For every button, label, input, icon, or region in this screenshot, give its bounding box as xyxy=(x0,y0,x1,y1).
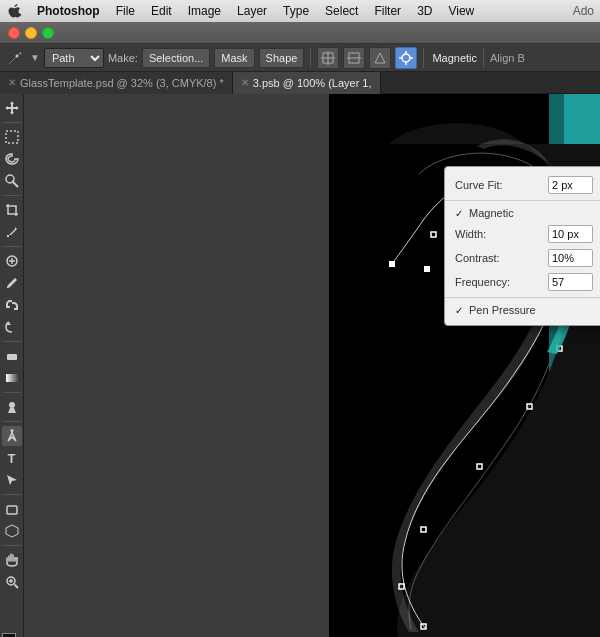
maximize-button[interactable] xyxy=(42,27,54,39)
tool-gradient[interactable] xyxy=(2,368,22,388)
pen-pressure-checkmark: ✓ xyxy=(455,305,463,316)
add-anchor-icon[interactable] xyxy=(317,47,339,69)
tool-lasso[interactable] xyxy=(2,149,22,169)
lasso-options-dropdown: Curve Fit: ✓ Magnetic Width: Contrast: xyxy=(444,166,600,326)
tabs-bar: ✕ GlassTemplate.psd @ 32% (3, CMYK/8) * … xyxy=(0,72,600,94)
tool-separator-7 xyxy=(3,494,21,495)
tool-type[interactable]: T xyxy=(2,448,22,468)
menu-select[interactable]: Select xyxy=(318,3,365,19)
tool-eyedropper[interactable] xyxy=(2,222,22,242)
width-row: Width: xyxy=(445,222,600,246)
svg-point-20 xyxy=(10,429,13,432)
magnetic-checkbox-label: Magnetic xyxy=(469,207,593,219)
pen-pressure-label: Pen Pressure xyxy=(469,304,593,316)
shape-button[interactable]: Shape xyxy=(259,48,305,68)
menu-edit[interactable]: Edit xyxy=(144,3,179,19)
frequency-input[interactable] xyxy=(548,273,593,291)
magnetic-row[interactable]: ✓ Magnetic xyxy=(445,204,600,222)
svg-rect-31 xyxy=(389,261,395,267)
tool-eraser[interactable] xyxy=(2,346,22,366)
pen-tool-icon xyxy=(4,47,26,69)
window-titlebar xyxy=(0,22,600,44)
tool-separator-5 xyxy=(3,392,21,393)
tab-close-3psb[interactable]: ✕ xyxy=(241,77,249,88)
mask-button[interactable]: Mask xyxy=(214,48,254,68)
magnetic-checkmark: ✓ xyxy=(455,208,463,219)
svg-rect-17 xyxy=(7,354,17,360)
tool-crop[interactable] xyxy=(2,200,22,220)
svg-rect-18 xyxy=(6,374,18,382)
tab-3psb[interactable]: ✕ 3.psb @ 100% (Layer 1, xyxy=(233,72,381,94)
svg-point-13 xyxy=(6,175,14,183)
menu-view[interactable]: View xyxy=(441,3,481,19)
tool-move[interactable] xyxy=(2,98,22,118)
menu-type[interactable]: Type xyxy=(276,3,316,19)
workspace: T xyxy=(0,94,600,637)
tool-separator-6 xyxy=(3,421,21,422)
menu-3d[interactable]: 3D xyxy=(410,3,439,19)
dropdown-divider-2 xyxy=(445,297,600,298)
tool-3d[interactable] xyxy=(2,521,22,541)
frequency-label: Frequency: xyxy=(455,276,542,288)
options-bar: ▼ Path Make: Selection... Mask Shape Mag… xyxy=(0,44,600,72)
tool-zoom[interactable] xyxy=(2,572,22,592)
width-input[interactable] xyxy=(548,225,593,243)
tool-separator-4 xyxy=(3,341,21,342)
tool-separator-3 xyxy=(3,246,21,247)
apple-menu-icon[interactable] xyxy=(6,2,24,20)
tool-marquee[interactable] xyxy=(2,127,22,147)
contrast-label: Contrast: xyxy=(455,252,542,264)
tool-shape[interactable] xyxy=(2,499,22,519)
svg-point-19 xyxy=(9,402,15,408)
tool-separator-2 xyxy=(3,195,21,196)
menubar: Photoshop File Edit Image Layer Type Sel… xyxy=(0,0,600,22)
canvas-left-workspace xyxy=(24,94,329,637)
curve-fit-input[interactable] xyxy=(548,176,593,194)
lasso-options-icon[interactable] xyxy=(395,47,417,69)
tool-path-select[interactable] xyxy=(2,470,22,490)
menu-image[interactable]: Image xyxy=(181,3,228,19)
tool-healing[interactable] xyxy=(2,251,22,271)
curve-fit-label: Curve Fit: xyxy=(455,179,542,191)
tab-close-glass[interactable]: ✕ xyxy=(8,77,16,88)
foreground-color[interactable] xyxy=(2,633,22,637)
traffic-lights xyxy=(8,27,54,39)
frequency-row: Frequency: xyxy=(445,270,600,294)
menu-filter[interactable]: Filter xyxy=(367,3,408,19)
contrast-input[interactable] xyxy=(548,249,593,267)
tab-title-3psb: 3.psb @ 100% (Layer 1, xyxy=(253,77,372,89)
separator-3 xyxy=(483,48,484,68)
tool-brush[interactable] xyxy=(2,273,22,293)
minimize-button[interactable] xyxy=(25,27,37,39)
close-button[interactable] xyxy=(8,27,20,39)
canvas-area: Curve Fit: ✓ Magnetic Width: Contrast: xyxy=(24,94,600,637)
align-label: Align B xyxy=(490,52,525,64)
tool-pen[interactable] xyxy=(2,426,22,446)
path-mode-icon[interactable] xyxy=(369,47,391,69)
tool-hand[interactable] xyxy=(2,550,22,570)
tool-mode-select[interactable]: Path xyxy=(44,48,104,68)
make-selection-button[interactable]: Selection... xyxy=(142,48,210,68)
tab-glass-template[interactable]: ✕ GlassTemplate.psd @ 32% (3, CMYK/8) * xyxy=(0,72,233,94)
left-toolbar: T xyxy=(0,94,24,637)
svg-point-6 xyxy=(402,54,410,62)
tab-title-glass: GlassTemplate.psd @ 32% (3, CMYK/8) * xyxy=(20,77,224,89)
menu-layer[interactable]: Layer xyxy=(230,3,274,19)
remove-anchor-icon[interactable] xyxy=(343,47,365,69)
svg-point-0 xyxy=(16,54,19,57)
tool-mode-arrow[interactable]: ▼ xyxy=(30,52,40,63)
pen-pressure-row[interactable]: ✓ Pen Pressure xyxy=(445,301,600,319)
right-menu-label: Ado xyxy=(573,4,594,18)
tool-history-brush[interactable] xyxy=(2,317,22,337)
separator-1 xyxy=(310,48,311,68)
tool-clone[interactable] xyxy=(2,295,22,315)
dropdown-divider-1 xyxy=(445,200,600,201)
tool-separator-1 xyxy=(3,122,21,123)
tool-magic-wand[interactable] xyxy=(2,171,22,191)
separator-2 xyxy=(423,48,424,68)
curve-fit-row: Curve Fit: xyxy=(445,173,600,197)
contrast-row: Contrast: xyxy=(445,246,600,270)
tool-dodge[interactable] xyxy=(2,397,22,417)
menu-photoshop[interactable]: Photoshop xyxy=(30,3,107,19)
menu-file[interactable]: File xyxy=(109,3,142,19)
